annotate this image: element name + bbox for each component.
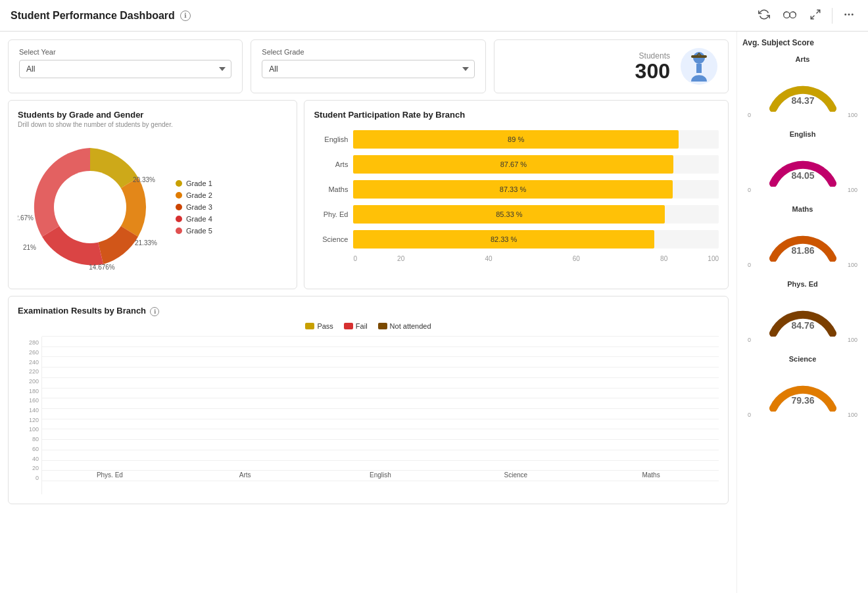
grade-filter-card: Select Grade All Grade 1 Grade 2 Grade 3… (251, 39, 485, 93)
student-avatar (681, 48, 717, 85)
legend-fail: Fail (344, 322, 368, 330)
gauge-science: Science 79.36 0100 (742, 355, 863, 418)
refresh-button[interactable] (756, 6, 773, 26)
legend-grade1: Grade 1 (176, 179, 212, 187)
svg-text:84.37: 84.37 (791, 95, 814, 106)
gauge-english-max: 100 (848, 187, 857, 193)
svg-text:84.76: 84.76 (791, 320, 814, 331)
svg-point-10 (54, 171, 126, 243)
gauge-maths-subject: Maths (742, 205, 863, 213)
exam-legend: Pass Fail Not attended (18, 322, 719, 330)
hbar-phyed-value: 85.33 % (496, 210, 522, 218)
svg-text:20.33%: 20.33% (133, 176, 155, 183)
bar-group-maths: Maths (631, 467, 671, 479)
hbar-maths-label: Maths (314, 185, 353, 193)
participation-chart-title: Student Participation Rate by Branch (314, 110, 719, 120)
participation-chart-card: Student Participation Rate by Branch Eng… (304, 100, 729, 289)
svg-text:14.676%: 14.676% (89, 264, 115, 271)
exam-chart-area: 0 20 40 60 80 100 120 140 160 180 200 22… (18, 337, 719, 494)
exam-bar-groups: Phys. Ed Arts (42, 339, 719, 479)
more-button[interactable] (840, 6, 857, 26)
svg-line-3 (811, 15, 814, 18)
hbar-axis: 0 20 40 60 80 100 (314, 255, 719, 262)
legend-not-attended-label: Not attended (390, 322, 431, 330)
year-filter-label: Select Year (19, 48, 231, 56)
bar-group-phyed: Phys. Ed (90, 467, 130, 479)
gauge-phyed: Phys. Ed 84.76 0100 (742, 280, 863, 343)
gauge-phyed-min: 0 (748, 337, 751, 343)
avg-score-title: Avg. Subject Score (742, 38, 863, 47)
legend-grade2-label: Grade 2 (186, 191, 212, 199)
gauge-maths: Maths 81.86 0100 (742, 205, 863, 268)
legend-grade2: Grade 2 (176, 191, 212, 199)
grade-select[interactable]: All Grade 1 Grade 2 Grade 3 Grade 4 Grad… (262, 60, 474, 78)
year-select[interactable]: All 2021 2022 2023 (19, 60, 231, 78)
info-icon[interactable]: ℹ (180, 11, 191, 21)
hbar-science-value: 82.33 % (491, 235, 517, 243)
expand-button[interactable] (807, 6, 824, 26)
hbar-english: English 89 % (314, 130, 719, 149)
gauge-english: English 84.05 0100 (742, 130, 863, 193)
hbar-arts-value: 87.67 % (500, 160, 527, 168)
gauge-phyed-max: 100 (848, 337, 857, 343)
svg-text:84.05: 84.05 (791, 170, 814, 181)
hbar-arts: Arts 87.67 % (314, 155, 719, 174)
svg-rect-9 (696, 64, 702, 73)
legend-grade4-label: Grade 4 (186, 215, 212, 223)
students-stat-card: Students 300 (494, 39, 729, 93)
exam-info-icon[interactable]: ℹ (150, 307, 159, 316)
hbar-phyed: Phy. Ed 85.33 % (314, 205, 719, 224)
bar-english-xlabel: English (370, 471, 391, 479)
donut-legend: Grade 1 Grade 2 Grade 3 (176, 179, 212, 235)
hbar-english-value: 89 % (508, 135, 524, 143)
bar-arts-xlabel: Arts (239, 471, 251, 479)
legend-grade3: Grade 3 (176, 203, 212, 211)
gauge-arts-subject: Arts (742, 55, 863, 63)
hbar-maths: Maths 87.33 % (314, 180, 719, 199)
exam-chart-title: Examination Results by Branch (18, 306, 146, 316)
gauge-english-subject: English (742, 130, 863, 138)
svg-text:79.36: 79.36 (791, 395, 814, 406)
bar-phyed-xlabel: Phys. Ed (97, 471, 123, 479)
y-axis: 0 20 40 60 80 100 120 140 160 180 200 22… (18, 337, 41, 494)
svg-point-4 (844, 13, 846, 15)
svg-text:22.67%: 22.67% (18, 214, 34, 222)
donut-chart-card: Students by Grade and Gender Drill down … (8, 100, 297, 289)
bar-science-xlabel: Science (504, 471, 527, 479)
glasses-button[interactable] (781, 7, 799, 24)
legend-grade5-label: Grade 5 (186, 227, 212, 235)
right-panel: Avg. Subject Score Arts 84.37 0100 Engli… (736, 32, 868, 593)
svg-rect-8 (691, 55, 707, 58)
header-divider (832, 8, 832, 24)
gauge-english-min: 0 (748, 187, 751, 193)
bar-group-science: Science (496, 467, 535, 479)
hbar-science-label: Science (314, 235, 353, 243)
hbar-arts-label: Arts (314, 160, 353, 168)
participation-bars: English 89 % Arts (314, 130, 719, 262)
page-title: Student Performance Dashboard (11, 10, 175, 22)
legend-pass-label: Pass (317, 322, 333, 330)
donut-chart-title: Students by Grade and Gender (18, 110, 287, 120)
svg-point-5 (848, 13, 850, 15)
svg-text:21.33%: 21.33% (135, 239, 157, 247)
bar-maths-xlabel: Maths (642, 471, 660, 479)
svg-point-6 (852, 13, 854, 15)
gauge-maths-max: 100 (848, 262, 857, 268)
svg-text:81.86: 81.86 (791, 245, 814, 256)
hbar-science: Science 82.33 % (314, 230, 719, 249)
svg-line-2 (817, 10, 820, 13)
gauge-science-subject: Science (742, 355, 863, 363)
hbar-maths-value: 87.33 % (500, 185, 526, 193)
exam-bars-area: Phys. Ed Arts (41, 337, 719, 494)
gauge-arts-min: 0 (748, 112, 751, 118)
legend-not-attended: Not attended (378, 322, 431, 330)
bar-group-arts: Arts (226, 467, 265, 479)
legend-pass: Pass (305, 322, 333, 330)
gauge-arts-max: 100 (848, 112, 857, 118)
bar-group-english: English (360, 467, 400, 479)
legend-grade3-label: Grade 3 (186, 203, 212, 211)
gauge-arts: Arts 84.37 0100 (742, 55, 863, 118)
grade-filter-label: Select Grade (262, 48, 474, 56)
legend-fail-label: Fail (356, 322, 368, 330)
gauge-science-min: 0 (748, 412, 751, 418)
